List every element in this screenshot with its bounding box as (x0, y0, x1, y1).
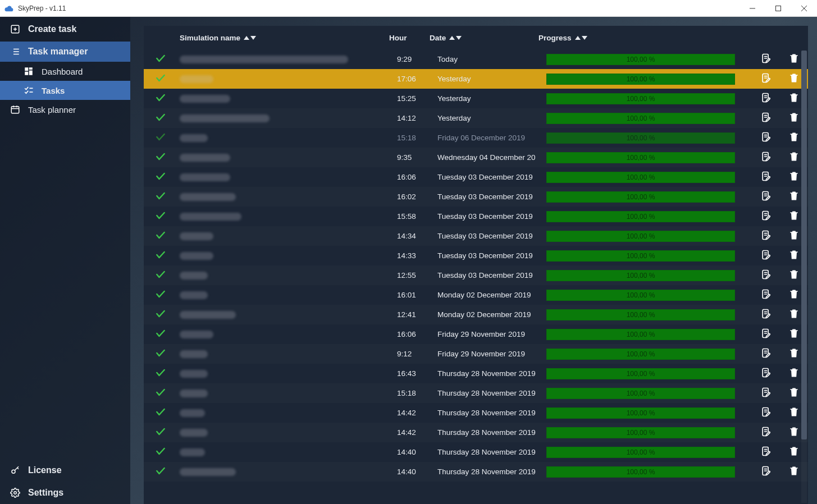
edit-button[interactable] (760, 53, 772, 66)
sidebar-dashboard[interactable]: Dashboard (0, 62, 130, 81)
edit-button[interactable] (760, 328, 772, 341)
delete-button[interactable] (788, 151, 800, 164)
window-close-button[interactable] (791, 0, 817, 17)
table-row[interactable]: 16:01Monday 02 December 2019100,00 % (144, 285, 808, 305)
header-date[interactable]: Date (430, 34, 531, 42)
delete-button[interactable] (788, 288, 800, 301)
simulation-name-blurred (180, 448, 205, 456)
edit-button[interactable] (760, 269, 772, 282)
header-progress[interactable]: Progress (531, 34, 744, 42)
edit-button[interactable] (760, 190, 772, 203)
progress-bar: 100,00 % (546, 270, 735, 281)
sidebar-settings[interactable]: Settings (0, 482, 130, 504)
name-cell (177, 114, 397, 122)
delete-button[interactable] (788, 72, 800, 85)
delete-button[interactable] (788, 328, 800, 341)
table-row[interactable]: 14:33Tuesday 03 December 2019100,00 % (144, 246, 808, 265)
simulation-name-blurred (180, 350, 208, 358)
table-row[interactable]: 17:06Yesterday100,00 % (144, 69, 808, 89)
edit-button[interactable] (760, 406, 772, 419)
edit-button[interactable] (760, 387, 772, 400)
delete-button[interactable] (788, 131, 800, 144)
window-minimize-button[interactable] (740, 0, 765, 17)
delete-button[interactable] (788, 347, 800, 360)
table-row[interactable]: 14:42Thursday 28 November 2019100,00 % (144, 423, 808, 442)
hour-cell: 15:25 (397, 94, 437, 103)
delete-button[interactable] (788, 426, 800, 439)
sidebar-task-manager[interactable]: Task manager (0, 42, 130, 62)
delete-button[interactable] (788, 367, 800, 380)
edit-button[interactable] (760, 131, 772, 144)
edit-button[interactable] (760, 210, 772, 223)
table-row[interactable]: 15:58Tuesday 03 December 2019100,00 % (144, 207, 808, 226)
delete-button[interactable] (788, 406, 800, 419)
table-row[interactable]: 14:12Yesterday100,00 % (144, 108, 808, 128)
date-cell: Thursday 28 November 2019 (437, 369, 538, 378)
table-row[interactable]: 14:40Thursday 28 November 2019100,00 % (144, 442, 808, 462)
delete-button[interactable] (788, 387, 800, 400)
scrollbar-thumb[interactable] (801, 51, 807, 439)
table-row[interactable]: 16:02Tuesday 03 December 2019100,00 % (144, 187, 808, 207)
edit-button[interactable] (760, 367, 772, 380)
delete-button[interactable] (788, 308, 800, 321)
table-row[interactable]: 12:55Tuesday 03 December 2019100,00 % (144, 265, 808, 285)
progress-cell: 100,00 % (538, 74, 752, 85)
delete-button[interactable] (788, 190, 800, 203)
delete-button[interactable] (788, 112, 800, 125)
edit-button[interactable] (760, 288, 772, 301)
delete-button[interactable] (788, 210, 800, 223)
edit-button[interactable] (760, 92, 772, 105)
progress-cell: 100,00 % (538, 309, 752, 320)
edit-button[interactable] (760, 171, 772, 184)
delete-button[interactable] (788, 269, 800, 282)
name-cell (177, 409, 397, 417)
table-row[interactable]: 12:41Monday 02 December 2019100,00 % (144, 305, 808, 324)
delete-button[interactable] (788, 446, 800, 459)
edit-button[interactable] (760, 72, 772, 85)
delete-button[interactable] (788, 249, 800, 262)
table-row[interactable]: 14:40Thursday 28 November 2019100,00 % (144, 462, 808, 482)
header-hour[interactable]: Hour (389, 34, 430, 42)
header-simulation-name[interactable]: Simulation name (177, 34, 389, 42)
table-row[interactable]: 9:35Wednesday 04 December 20100,00 % (144, 148, 808, 167)
edit-button[interactable] (760, 446, 772, 459)
table-row[interactable]: 9:12Friday 29 November 2019100,00 % (144, 344, 808, 364)
edit-button[interactable] (760, 308, 772, 321)
window-maximize-button[interactable] (765, 0, 791, 17)
name-cell (177, 232, 397, 240)
edit-button[interactable] (760, 112, 772, 125)
name-cell (177, 311, 397, 319)
vertical-scrollbar[interactable] (801, 51, 807, 503)
simulation-name-blurred (180, 291, 208, 299)
sidebar-task-planner[interactable]: Task planner (0, 100, 130, 119)
date-cell: Tuesday 03 December 2019 (437, 212, 538, 221)
progress-bar: 100,00 % (546, 466, 735, 478)
sidebar-tasks[interactable]: Tasks (0, 81, 130, 100)
edit-button[interactable] (760, 426, 772, 439)
edit-button[interactable] (760, 465, 772, 478)
date-cell: Monday 02 December 2019 (437, 291, 538, 299)
table-row[interactable]: 15:25Yesterday100,00 % (144, 89, 808, 108)
delete-button[interactable] (788, 230, 800, 242)
table-row[interactable]: 16:06Friday 29 November 2019100,00 % (144, 324, 808, 344)
delete-button[interactable] (788, 53, 800, 66)
table-row[interactable]: 14:34Tuesday 03 December 2019100,00 % (144, 226, 808, 246)
table-row[interactable]: 9:29Today100,00 % (144, 49, 808, 69)
delete-button[interactable] (788, 465, 800, 478)
table-row[interactable]: 14:42Thursday 28 November 2019100,00 % (144, 403, 808, 423)
edit-button[interactable] (760, 230, 772, 242)
sidebar-create-task[interactable]: Create task (0, 17, 130, 42)
table-row[interactable]: 16:06Tuesday 03 December 2019100,00 % (144, 167, 808, 187)
simulation-name-blurred (180, 56, 348, 63)
sidebar-license[interactable]: License (0, 459, 130, 482)
name-cell (177, 390, 397, 397)
table-row[interactable]: 16:43Thursday 28 November 2019100,00 % (144, 364, 808, 383)
table-row[interactable]: 15:18Friday 06 December 2019100,00 % (144, 128, 808, 148)
progress-bar: 100,00 % (546, 349, 735, 360)
delete-button[interactable] (788, 171, 800, 184)
edit-button[interactable] (760, 347, 772, 360)
edit-button[interactable] (760, 151, 772, 164)
table-row[interactable]: 15:18Thursday 28 November 2019100,00 % (144, 383, 808, 403)
edit-button[interactable] (760, 249, 772, 262)
delete-button[interactable] (788, 92, 800, 105)
